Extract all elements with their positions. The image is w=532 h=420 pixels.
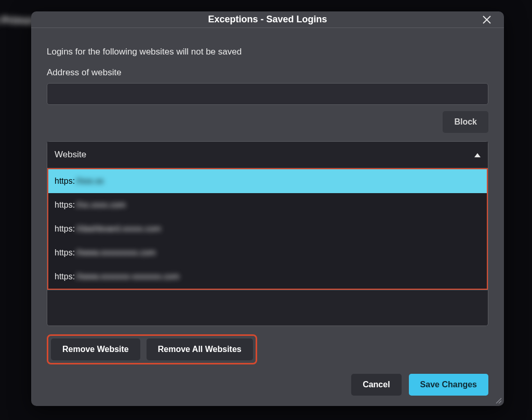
sort-ascending-icon	[474, 150, 481, 159]
close-icon	[482, 15, 491, 24]
dialog-description: Logins for the following websites will n…	[47, 47, 488, 57]
address-label: Address of website	[47, 67, 488, 78]
website-column-header: Website	[55, 150, 86, 160]
resize-grip-icon	[495, 397, 502, 404]
dialog-footer: Cancel Save Changes	[47, 374, 488, 396]
list-item[interactable]: https: //dashboard.xxxxx.com	[48, 217, 487, 241]
website-list-empty-area	[47, 290, 488, 326]
url-prefix: https:	[55, 248, 75, 258]
url-rest-blurred: //dashboard.xxxxx.com	[76, 224, 161, 234]
website-list-header[interactable]: Website	[47, 142, 488, 168]
remove-buttons-highlight: Remove Website Remove All Websites	[47, 334, 257, 364]
remove-buttons-row: Remove Website Remove All Websites	[47, 334, 488, 364]
website-list-body: https: //xxx.xx https: //xx.xxxx.com htt…	[47, 168, 488, 290]
close-button[interactable]	[480, 13, 494, 26]
block-row: Block	[47, 111, 488, 133]
url-prefix: https:	[55, 272, 75, 281]
resize-grip[interactable]	[495, 397, 502, 404]
svg-line-3	[496, 398, 501, 403]
url-rest-blurred: //xx.xxxx.com	[76, 200, 126, 210]
cancel-button[interactable]: Cancel	[351, 374, 401, 396]
website-list-container: Website https: //xxx.xx https: //xx.xxxx…	[47, 141, 488, 290]
save-changes-button[interactable]: Save Changes	[409, 374, 488, 396]
exceptions-dialog: Exceptions - Saved Logins Logins for the…	[31, 11, 504, 406]
block-button[interactable]: Block	[443, 111, 488, 133]
list-item[interactable]: https: //xx.xxxx.com	[48, 193, 487, 217]
svg-line-4	[499, 401, 501, 403]
url-rest-blurred: //www.xxxxxxxxx.com	[76, 248, 156, 258]
remove-all-websites-button[interactable]: Remove All Websites	[147, 338, 253, 360]
list-item[interactable]: https: //www.xxxxxxx-xxxxxxx.com	[48, 265, 487, 289]
dialog-header: Exceptions - Saved Logins	[31, 11, 504, 28]
list-item[interactable]: https: //www.xxxxxxxxx.com	[48, 241, 487, 265]
address-input[interactable]	[47, 83, 488, 105]
url-prefix: https:	[55, 177, 75, 186]
dialog-body: Logins for the following websites will n…	[31, 28, 504, 406]
url-prefix: https:	[55, 200, 75, 210]
list-item[interactable]: https: //xxx.xx	[48, 169, 487, 193]
url-rest-blurred: //xxx.xx	[76, 177, 103, 186]
url-prefix: https:	[55, 224, 75, 234]
remove-website-button[interactable]: Remove Website	[51, 338, 140, 360]
dialog-title: Exceptions - Saved Logins	[208, 14, 327, 25]
svg-marker-2	[474, 153, 481, 157]
url-rest-blurred: //www.xxxxxxx-xxxxxxx.com	[76, 272, 179, 281]
